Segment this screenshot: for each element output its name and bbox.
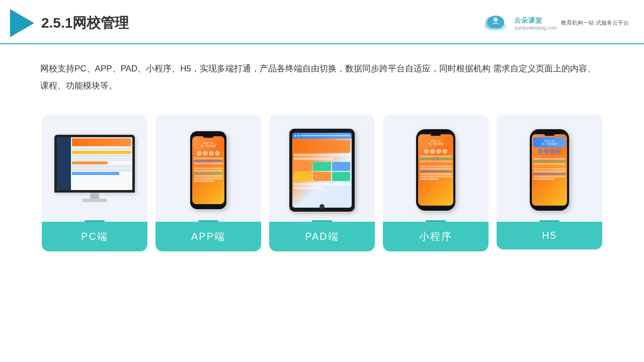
logo-triangle-icon	[10, 9, 34, 37]
phone-notch-h5	[544, 133, 554, 136]
card-app-label: APP端	[155, 222, 261, 251]
card-app: 职进人的第一堂职辅课	[155, 115, 261, 251]
header-right: 云朵课堂 yunduoketang.com 教育机构一站 式服务云平台	[481, 13, 629, 33]
brand-name: 云朵课堂	[514, 16, 557, 25]
card-miniprogram-label: 小程序	[383, 222, 489, 251]
pc-monitor-icon	[54, 135, 135, 205]
phone-miniprogram-screen: 职进人的第一堂职辅课	[418, 134, 453, 206]
phone-h5-icon: 职进人的第一堂职辅课	[530, 129, 569, 211]
tablet-pad-icon	[289, 129, 355, 212]
phone-notch	[203, 135, 213, 138]
card-pc: PC端	[42, 115, 147, 251]
page-title: 2.5.1网校管理	[41, 14, 129, 33]
brand-url: yunduoketang.com	[514, 25, 557, 31]
card-h5-label: H5	[497, 222, 602, 249]
card-pad: PAD端	[269, 115, 375, 251]
svg-point-3	[487, 16, 504, 29]
card-miniprogram: 职进人的第一堂职辅课	[383, 115, 489, 251]
card-app-image: 职进人的第一堂职辅课	[155, 115, 261, 220]
card-pad-label: PAD端	[269, 222, 375, 251]
description-text: 网校支持PC、APP、PAD、小程序、H5，实现多端打通，产品各终端自由切换，数…	[0, 44, 644, 100]
header-left: 2.5.1网校管理	[10, 9, 129, 37]
brand-slogan: 教育机构一站 式服务云平台	[561, 19, 629, 27]
phone-app-icon: 职进人的第一堂职辅课	[190, 131, 226, 209]
svg-point-4	[494, 18, 498, 22]
tablet-pad-screen	[292, 133, 352, 208]
card-pad-image	[269, 115, 375, 220]
card-h5-image: 职进人的第一堂职辅课	[497, 115, 602, 220]
tablet-home-btn	[319, 204, 325, 209]
card-pc-image	[42, 115, 147, 220]
phone-h5-screen: 职进人的第一堂职辅课	[532, 134, 567, 206]
header: 2.5.1网校管理 云朵课堂 yunduoketang.com 教育机构一站 式…	[0, 0, 644, 44]
card-pc-label: PC端	[42, 222, 147, 251]
card-miniprogram-image: 职进人的第一堂职辅课	[383, 115, 489, 220]
card-pad-label-container: PAD端	[269, 220, 375, 251]
card-h5-label-container: H5	[497, 220, 602, 249]
phone-app-screen: 职进人的第一堂职辅课	[192, 136, 224, 204]
brand-info: 云朵课堂 yunduoketang.com	[514, 16, 557, 31]
card-app-label-container: APP端	[155, 220, 261, 251]
card-h5: 职进人的第一堂职辅课	[497, 115, 602, 251]
cards-container: PC端 职进人的第一堂职辅课	[0, 100, 644, 251]
card-miniprogram-label-container: 小程序	[383, 220, 489, 251]
card-pc-label-container: PC端	[42, 220, 147, 251]
brand-cloud-icon	[481, 13, 510, 33]
phone-miniprogram-icon: 职进人的第一堂职辅课	[416, 129, 455, 211]
phone-notch-mini	[431, 133, 441, 136]
